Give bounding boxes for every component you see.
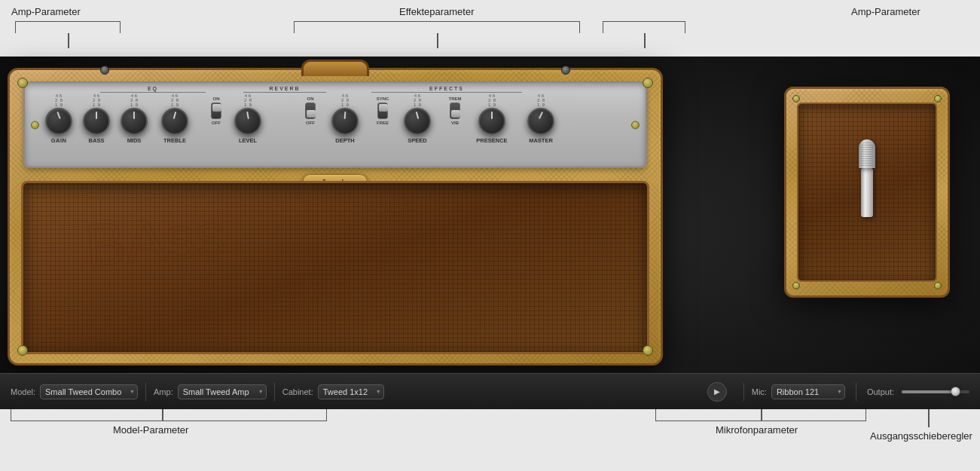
- amp-select[interactable]: Small Tweed AmpLarge Tweed Amp: [178, 384, 267, 399]
- cabinet-select-wrapper[interactable]: Tweed 1x12Tweed 2x12No Cabinet ▼: [318, 384, 384, 399]
- bass-label: BASS: [89, 137, 105, 144]
- panel-screw-right: [631, 121, 640, 129]
- small-screw-br: [934, 282, 942, 289]
- mic-body: [861, 168, 873, 217]
- amp-param-left-line: [68, 33, 69, 48]
- output-slider-line: [928, 409, 930, 427]
- reverb-level-knob-group: 4 62 81 9 LEVEL: [228, 93, 267, 144]
- small-screw-bl: [792, 282, 800, 289]
- screw-tl: [17, 78, 28, 88]
- effects-section-label: EFFECTS: [371, 86, 522, 93]
- speed-knob-group: 4 62 81 9 SPEED: [398, 93, 436, 144]
- sync-switch[interactable]: [377, 102, 388, 119]
- play-button[interactable]: ▶: [707, 382, 727, 402]
- bass-knob-group: 4 62 81 9 BASS: [79, 93, 114, 144]
- reverb-switch[interactable]: [211, 102, 221, 119]
- depth-knob-group: 4 62 81 9 DEPTH: [326, 93, 364, 144]
- effekt-param-label: Effekteparameter: [399, 6, 474, 17]
- amp-param-right-label: Amp-Parameter: [851, 6, 920, 17]
- presence-label: PRESENCE: [476, 137, 507, 144]
- mids-knob[interactable]: [121, 108, 148, 135]
- amp-param-left-label: Amp-Parameter: [11, 6, 81, 17]
- output-slider-track[interactable]: [902, 390, 969, 393]
- bar-divider-1: [145, 383, 146, 401]
- screw-br: [643, 345, 653, 356]
- amp-label: Amp:: [154, 387, 173, 396]
- presence-knob[interactable]: [478, 108, 505, 135]
- amp-handle: [301, 60, 369, 76]
- depth-label: DEPTH: [335, 137, 354, 144]
- presence-knob-group: 4 62 81 9 PRESENCE: [469, 93, 514, 144]
- cabinet-label: Cabinet:: [282, 387, 313, 396]
- main-area: EQ REVERB EFFECTS 4 62 81 9 GAIN 4: [0, 57, 980, 407]
- mic-select[interactable]: Ribbon 121Condenser 87Dynamic 57: [771, 384, 845, 399]
- trem-switch[interactable]: [450, 102, 460, 119]
- mids-knob-group: 4 62 81 9 MIDS: [117, 93, 151, 144]
- mic-head: [859, 139, 875, 168]
- model-label: Model:: [11, 387, 35, 396]
- strap-button-right: [561, 66, 570, 75]
- reverb-switch-group: ON OFF: [206, 96, 227, 125]
- trem-switch-group: TREM VIB: [442, 96, 468, 125]
- model-param-bracket: [11, 409, 327, 421]
- output-label: Output:: [867, 387, 894, 396]
- bar-divider-2: [274, 383, 275, 401]
- output-slider-container: [902, 390, 969, 393]
- speed-label: SPEED: [408, 137, 426, 144]
- effects-switch[interactable]: [305, 102, 316, 119]
- mic-param-line: [761, 409, 762, 421]
- treble-knob[interactable]: [161, 108, 188, 135]
- small-cabinet: [784, 87, 950, 298]
- master-knob-group: 4 62 81 9 MASTER: [522, 93, 560, 144]
- bar-divider-4: [856, 383, 856, 401]
- amp-param-right-line: [644, 33, 646, 48]
- model-select[interactable]: Small Tweed ComboBritish BluesBritish In…: [40, 384, 138, 399]
- bass-knob[interactable]: [83, 108, 110, 135]
- mids-label: MIDS: [127, 137, 142, 144]
- reverb-section-label: REVERB: [243, 86, 326, 93]
- model-param-line: [162, 409, 163, 421]
- gain-label: GAIN: [51, 137, 67, 144]
- amp-param-right-bracket: [603, 21, 685, 33]
- microphone: [859, 139, 875, 217]
- mic-select-wrapper[interactable]: Ribbon 121Condenser 87Dynamic 57 ▼: [771, 384, 845, 399]
- model-param-label: Model-Parameter: [113, 424, 188, 436]
- output-slider-label: Ausgangsschieberegler: [870, 430, 972, 442]
- screw-bl: [17, 345, 28, 356]
- gain-knob-group: 4 62 81 9 GAIN: [41, 93, 76, 144]
- amp-select-wrapper[interactable]: Small Tweed AmpLarge Tweed Amp ▼: [178, 384, 267, 399]
- depth-knob[interactable]: [331, 108, 359, 135]
- bar-divider-3: [743, 383, 744, 401]
- amp-body: EQ REVERB EFFECTS 4 62 81 9 GAIN 4: [8, 68, 663, 365]
- control-panel: EQ REVERB EFFECTS 4 62 81 9 GAIN 4: [23, 81, 647, 168]
- screw-tr: [643, 78, 653, 88]
- gain-knob[interactable]: [45, 108, 72, 135]
- treble-knob-group: 4 62 81 9 TREBLE: [154, 93, 195, 144]
- small-screw-tl: [792, 95, 800, 102]
- output-slider-fill: [902, 390, 953, 393]
- reverb-level-knob[interactable]: [234, 108, 261, 135]
- output-slider-thumb[interactable]: [951, 387, 960, 396]
- model-select-wrapper[interactable]: Small Tweed ComboBritish BluesBritish In…: [40, 384, 138, 399]
- speaker-grille: [21, 181, 649, 354]
- eq-section-label: EQ: [100, 86, 206, 93]
- bottom-bar: Model: Small Tweed ComboBritish BluesBri…: [0, 373, 980, 409]
- treble-label: TREBLE: [163, 137, 186, 144]
- mic-param-label: Mikrofonparameter: [716, 424, 798, 436]
- small-cab-grille: [797, 102, 937, 282]
- speed-knob[interactable]: [404, 108, 431, 135]
- master-label: MASTER: [529, 137, 553, 144]
- panel-screw-left: [31, 121, 39, 129]
- cabinet-select[interactable]: Tweed 1x12Tweed 2x12No Cabinet: [318, 384, 384, 399]
- master-knob[interactable]: [527, 108, 554, 135]
- effekt-param-bracket: [294, 21, 580, 33]
- effekt-param-line: [437, 33, 438, 48]
- amp-param-left-bracket: [15, 21, 121, 33]
- strap-button-left: [100, 66, 109, 75]
- reverb-level-label: LEVEL: [239, 137, 257, 144]
- effects-switch-group: ON OFF: [300, 96, 321, 125]
- mic-label: Mic:: [752, 387, 767, 396]
- sync-switch-group: SYNC FREE: [370, 96, 395, 125]
- small-screw-tr: [934, 95, 942, 102]
